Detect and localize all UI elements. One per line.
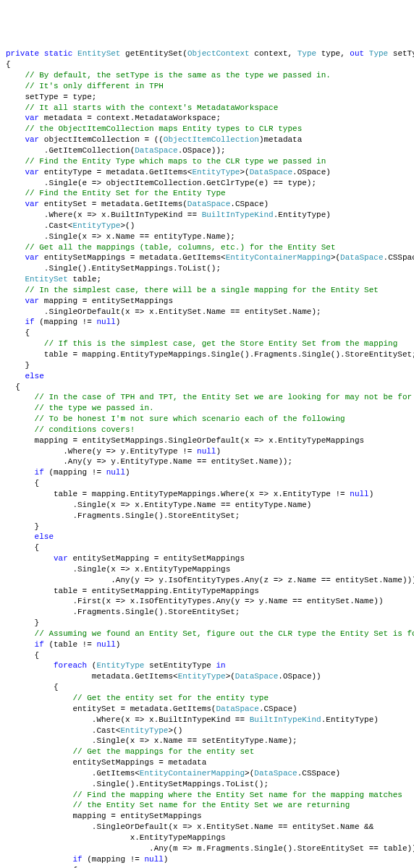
token-text xyxy=(6,372,25,380)
code-line: // the ObjectItemCollection maps Entity … xyxy=(6,124,408,135)
code-line: .GetItemCollection(DataSpace.OSpace)); xyxy=(6,145,408,156)
token-cm: // the type we passed in. xyxy=(35,404,154,412)
code-line: { xyxy=(6,682,408,693)
token-text xyxy=(6,71,25,80)
token-text: } xyxy=(6,361,30,370)
token-cm: // It all starts with the context's Meta… xyxy=(25,103,278,112)
token-text xyxy=(6,468,35,477)
code-line: entitySet = metadata.GetItems(DataSpace.… xyxy=(6,704,408,715)
token-cm: // conditions covers! xyxy=(35,425,135,434)
token-kw: null xyxy=(106,468,125,477)
token-kw: var xyxy=(25,135,39,144)
token-text: .Single(x => x.Name == setEntityType.Nam… xyxy=(6,736,297,745)
token-text: .Single(e => objectItemCollection.GetClr… xyxy=(6,179,316,187)
token-text: } xyxy=(6,618,39,627)
token-text: setType) xyxy=(388,49,414,58)
code-line: // Get the mappings for the entity set xyxy=(6,746,408,757)
token-text xyxy=(6,425,35,434)
token-text xyxy=(6,253,25,262)
token-text xyxy=(6,414,35,423)
code-line: } xyxy=(6,618,408,629)
token-text: .Fragments.Single().StoreEntitySet; xyxy=(6,608,240,616)
token-text xyxy=(6,243,25,252)
token-kw: if xyxy=(72,855,82,864)
token-text: entityType = metadata.GetItems< xyxy=(39,168,192,176)
token-text: .OSpace)); xyxy=(178,146,226,155)
code-line: foreach (EntityType setEntityType in xyxy=(6,660,408,671)
token-text: .Where(x => x.BuiltInTypeKind == xyxy=(6,210,202,219)
token-text xyxy=(6,404,35,412)
token-text xyxy=(6,82,25,90)
token-cm: // If this is the simplest case, get the… xyxy=(44,339,397,348)
token-type: EntityType xyxy=(72,221,120,230)
token-cm: // the Entity Set name for the Entity Se… xyxy=(72,801,350,809)
token-text: >( xyxy=(331,253,340,262)
code-line: .GetItems<EntityContainerMapping>(DataSp… xyxy=(6,768,408,779)
token-text xyxy=(6,135,25,144)
token-text xyxy=(6,747,72,756)
token-type: Type xyxy=(297,49,316,58)
token-text: ) xyxy=(369,490,374,498)
token-cm: // Get the mappings for the entity set xyxy=(72,747,254,756)
code-line: // It all starts with the context's Meta… xyxy=(6,103,408,114)
code-line: // By default, the setType is the same a… xyxy=(6,70,408,81)
token-text: (mapping != xyxy=(44,468,106,477)
code-line: { xyxy=(6,650,408,661)
token-text: ) xyxy=(164,855,169,864)
token-kw: static xyxy=(44,49,73,58)
token-text: .CSSpace) xyxy=(297,769,340,778)
code-line: // It's only different in TPH xyxy=(6,81,408,92)
code-line: } xyxy=(6,360,408,371)
code-line: // the type we passed in. xyxy=(6,403,408,414)
token-text: .CSSpace) xyxy=(384,253,414,262)
token-text: .Cast< xyxy=(6,726,120,735)
token-text: entitySet = metadata.GetItems( xyxy=(39,200,187,208)
code-line: // Find the Entity Set for the Entity Ty… xyxy=(6,188,408,199)
code-line: // In the simplest case, there will be a… xyxy=(6,285,408,296)
code-line: if (mapping != null) xyxy=(6,854,408,865)
token-text: )metadata xyxy=(259,135,302,144)
code-line: // conditions covers! xyxy=(6,425,408,435)
token-text xyxy=(6,694,72,702)
code-line: var entitySetMappings = metadata.GetItem… xyxy=(6,252,408,263)
code-line: { xyxy=(6,328,408,339)
token-cm: // Find the mapping where the Entity Set… xyxy=(72,791,402,799)
code-line: mapping = entitySetMappings.SingleOrDefa… xyxy=(6,435,408,446)
code-line: .SingleOrDefault(x => x.EntitySet.Name =… xyxy=(6,822,408,833)
token-text: getEntitySet( xyxy=(120,49,187,58)
code-line: .Single(x => x.Name == entityType.Name); xyxy=(6,231,408,242)
code-line: .Single(x => x.Name == setEntityType.Nam… xyxy=(6,736,408,746)
code-line: .Any(y => y.EntityType.Name == entitySet… xyxy=(6,456,408,467)
token-text xyxy=(6,532,35,541)
token-kw: if xyxy=(35,468,44,477)
token-text: (mapping != xyxy=(83,855,145,864)
token-text: .SingleOrDefault(x => x.EntitySet.Name =… xyxy=(6,307,321,316)
token-text: table = entitySetMapping.EntityTypeMappi… xyxy=(6,587,259,595)
token-text xyxy=(6,640,35,649)
code-line: x.EntityTypeMappings xyxy=(6,833,408,843)
token-text: .GetItems< xyxy=(6,769,140,778)
code-line: var entitySetMapping = entitySetMappings xyxy=(6,553,408,564)
token-text: >( xyxy=(240,168,249,176)
token-text xyxy=(6,297,25,305)
code-line: .Where(x => x.BuiltInTypeKind == BuiltIn… xyxy=(6,715,408,726)
token-kw: var xyxy=(25,253,39,262)
token-text: x.EntityTypeMappings xyxy=(6,833,226,842)
token-text: .Cast< xyxy=(6,221,72,230)
token-text xyxy=(6,855,72,864)
token-kw: private xyxy=(6,49,39,58)
token-text: type, xyxy=(316,49,350,58)
token-text xyxy=(6,124,25,133)
token-text xyxy=(6,114,25,122)
code-line: table = entitySetMapping.EntityTypeMappi… xyxy=(6,586,408,597)
token-kw: in xyxy=(216,661,225,670)
code-line: // If this is the simplest case, get the… xyxy=(6,339,408,349)
token-type: EntityType xyxy=(192,168,240,176)
token-cm: // To be honest I'm not sure which scena… xyxy=(35,414,345,423)
token-type: ObjectItemCollection xyxy=(164,135,259,144)
token-text: metadata.GetItems< xyxy=(6,672,178,681)
token-kw: var xyxy=(54,554,68,563)
code-line: .Where(x => x.BuiltInTypeKind == BuiltIn… xyxy=(6,210,408,221)
token-text xyxy=(6,791,72,799)
code-line: if (mapping != null) xyxy=(6,317,408,328)
